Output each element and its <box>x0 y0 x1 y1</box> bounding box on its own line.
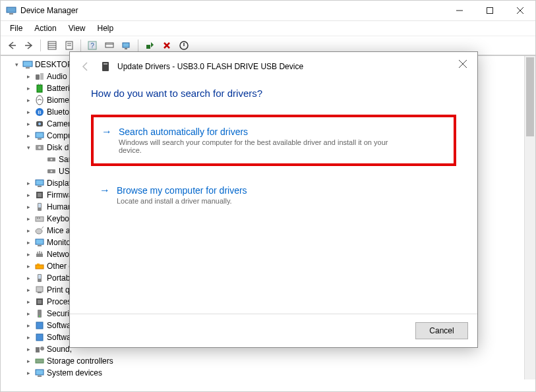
svg-point-40 <box>51 171 53 173</box>
maximize-button[interactable] <box>475 1 505 20</box>
forward-button[interactable] <box>22 38 36 53</box>
show-hide-tree-button[interactable] <box>45 38 59 53</box>
chevron-icon: ▸ <box>24 286 32 294</box>
svg-rect-55 <box>37 264 40 265</box>
tree-label: Compu <box>47 131 73 140</box>
dialog-close-button[interactable] <box>452 56 473 72</box>
menubar: File Action View Help <box>1 20 535 36</box>
svg-rect-34 <box>38 138 42 140</box>
chevron-icon: ▸ <box>24 345 32 353</box>
device-category-icon <box>34 95 45 105</box>
svg-rect-17 <box>123 43 129 47</box>
tree-label: Human <box>47 202 73 211</box>
svg-rect-46 <box>38 204 41 208</box>
svg-rect-61 <box>38 300 42 304</box>
svg-rect-1 <box>9 13 13 14</box>
svg-rect-54 <box>36 265 44 269</box>
svg-rect-53 <box>36 254 43 257</box>
menu-help[interactable]: Help <box>92 22 119 34</box>
minimize-button[interactable] <box>444 1 475 20</box>
device-category-icon <box>34 190 45 200</box>
dialog-back-button[interactable] <box>78 59 94 74</box>
device-category-icon <box>34 320 45 331</box>
tree-label: Storage controllers <box>47 356 113 366</box>
menu-view[interactable]: View <box>63 22 91 34</box>
svg-rect-23 <box>36 74 40 80</box>
tree-node[interactable]: ▸Storage controllers <box>1 355 535 367</box>
chevron-icon: ▸ <box>24 96 32 104</box>
option-browse-computer[interactable]: → Browse my computer for drivers Locate … <box>91 175 456 215</box>
tree-label: System devices <box>47 368 102 378</box>
uninstall-device-button[interactable] <box>160 38 174 53</box>
chevron-icon: ▸ <box>24 179 32 187</box>
device-category-icon <box>34 261 45 271</box>
tree-label: Securit <box>47 309 71 318</box>
dialog-title: Update Drivers - USB3.0 FLASH DRIVE USB … <box>117 62 303 71</box>
device-category-icon <box>34 71 45 82</box>
update-driver-button[interactable] <box>142 38 157 53</box>
svg-rect-21 <box>23 61 32 67</box>
device-category-icon: B <box>34 107 45 117</box>
svg-point-67 <box>40 347 44 350</box>
svg-rect-59 <box>38 292 42 293</box>
svg-rect-66 <box>36 347 40 352</box>
update-drivers-dialog: Update Drivers - USB3.0 FLASH DRIVE USB … <box>69 51 478 348</box>
device-category-icon <box>34 213 45 224</box>
chevron-icon: ▸ <box>24 322 32 329</box>
chevron-icon: ▸ <box>24 215 32 223</box>
help-button[interactable]: ? <box>85 38 100 53</box>
device-category-icon <box>34 237 45 248</box>
arrow-right-icon: → <box>102 126 112 154</box>
close-button[interactable] <box>505 1 535 20</box>
svg-point-50 <box>36 229 42 234</box>
back-button[interactable] <box>5 38 19 53</box>
scrollbar[interactable] <box>524 56 535 379</box>
option-title: Browse my computer for drivers <box>117 185 247 196</box>
scrollbar-thumb[interactable] <box>526 57 534 136</box>
svg-rect-57 <box>38 275 41 279</box>
tree-label: Sound, <box>47 345 72 354</box>
svg-rect-24 <box>40 73 44 80</box>
svg-rect-41 <box>36 180 44 185</box>
device-category-icon <box>34 296 45 307</box>
tree-label: Networ <box>47 250 72 259</box>
view-devices-button[interactable] <box>102 38 117 53</box>
svg-rect-52 <box>38 245 42 246</box>
chevron-icon: ▸ <box>24 333 32 341</box>
menu-file[interactable]: File <box>5 22 28 34</box>
svg-point-36 <box>38 146 41 149</box>
device-category-icon <box>34 356 45 366</box>
device-category-icon <box>34 178 45 188</box>
dialog-titlebar: Update Drivers - USB3.0 FLASH DRIVE USB … <box>70 52 477 81</box>
svg-rect-27 <box>40 84 41 85</box>
menu-action[interactable]: Action <box>29 22 61 34</box>
disk-drive-icon <box>46 166 57 177</box>
chevron-icon: ▾ <box>24 144 32 152</box>
svg-point-28 <box>36 96 43 105</box>
svg-rect-26 <box>38 84 39 85</box>
svg-rect-19 <box>146 45 150 49</box>
device-category-icon <box>34 202 45 212</box>
disable-device-button[interactable] <box>177 38 191 53</box>
chevron-icon: ▸ <box>24 191 32 199</box>
device-category-icon <box>34 332 45 343</box>
tree-node[interactable]: ▸System devices <box>1 367 535 379</box>
cancel-button[interactable]: Cancel <box>415 322 468 339</box>
option-search-automatically[interactable]: → Search automatically for drivers Windo… <box>91 115 456 166</box>
svg-text:?: ? <box>90 42 94 49</box>
tree-label: Audio i <box>47 72 71 81</box>
scan-hardware-button[interactable] <box>119 38 134 53</box>
svg-point-32 <box>38 123 41 125</box>
tree-label: Monito <box>47 238 71 247</box>
svg-rect-69 <box>36 370 44 375</box>
svg-rect-58 <box>36 287 43 292</box>
device-category-icon <box>34 285 45 295</box>
svg-rect-22 <box>26 67 30 69</box>
device-category-icon <box>34 142 45 153</box>
svg-rect-70 <box>38 376 42 377</box>
tree-label: Softwa <box>47 333 71 342</box>
properties-button[interactable] <box>62 38 76 53</box>
device-category-icon <box>34 225 45 236</box>
tree-label: Portabl <box>47 273 72 283</box>
svg-text:B: B <box>38 109 41 115</box>
